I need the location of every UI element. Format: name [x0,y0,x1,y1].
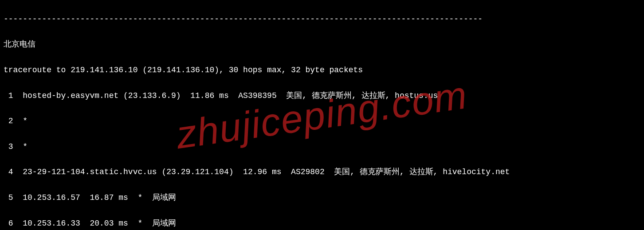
hop-number: 5 [4,191,13,204]
hop-content: * [23,142,27,151]
hop-content: 10.253.16.57 16.87 ms * 局域网 [23,193,176,202]
trace-title: 北京电信 [4,38,640,51]
hop-number: 2 [4,115,13,128]
hop-row: 6 10.253.16.33 20.03 ms * 局域网 [4,217,640,230]
hop-row: 1 hosted-by.easyvm.net (23.133.6.9) 11.8… [4,90,640,102]
terminal-output: ----------------------------------------… [0,0,644,230]
hop-content: 10.253.16.33 20.03 ms * 局域网 [23,219,176,228]
separator-line: ----------------------------------------… [4,13,640,26]
hop-content: hosted-by.easyvm.net (23.133.6.9) 11.86 … [23,91,438,100]
hop-content: 23-29-121-104.static.hvvc.us (23.29.121.… [23,168,510,176]
hop-row: 5 10.253.16.57 16.87 ms * 局域网 [4,191,640,204]
hop-content: * [23,117,27,125]
hop-row: 2 * [4,115,640,128]
hop-number: 6 [4,217,13,230]
trace-header: traceroute to 219.141.136.10 (219.141.13… [4,64,640,77]
hop-number: 3 [4,140,13,153]
hop-number: 1 [4,90,13,102]
hop-row: 4 23-29-121-104.static.hvvc.us (23.29.12… [4,166,640,179]
hop-number: 4 [4,166,13,179]
hop-row: 3 * [4,140,640,153]
